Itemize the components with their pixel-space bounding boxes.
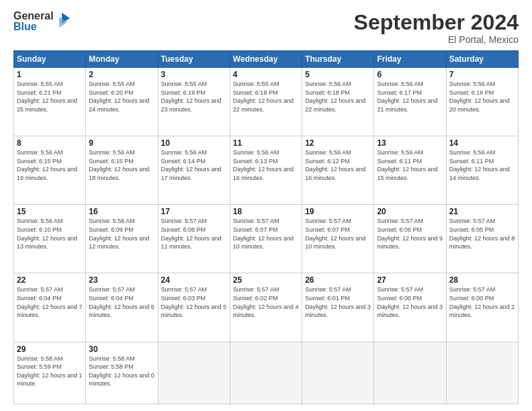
- day-info: Sunrise: 5:56 AM Sunset: 6:14 PM Dayligh…: [161, 148, 227, 182]
- day-info: Sunrise: 5:58 AM Sunset: 5:59 PM Dayligh…: [17, 355, 83, 388]
- day-info: Sunrise: 5:57 AM Sunset: 6:05 PM Dayligh…: [449, 217, 515, 250]
- day-number: 18: [233, 207, 299, 216]
- table-row: 30 Sunrise: 5:58 AM Sunset: 5:58 PM Dayl…: [86, 342, 158, 404]
- day-info: Sunrise: 5:55 AM Sunset: 6:21 PM Dayligh…: [17, 80, 83, 113]
- table-row: 13 Sunrise: 5:56 AM Sunset: 6:11 PM Dayl…: [374, 136, 446, 205]
- day-info: Sunrise: 5:56 AM Sunset: 6:11 PM Dayligh…: [377, 148, 443, 182]
- day-info: Sunrise: 5:56 AM Sunset: 6:16 PM Dayligh…: [449, 80, 515, 113]
- day-number: 23: [89, 275, 154, 285]
- day-info: Sunrise: 5:56 AM Sunset: 6:13 PM Dayligh…: [233, 148, 299, 182]
- table-row: 18 Sunrise: 5:57 AM Sunset: 6:07 PM Dayl…: [230, 205, 302, 273]
- col-saturday: Saturday: [446, 51, 518, 68]
- table-row: 17 Sunrise: 5:57 AM Sunset: 6:08 PM Dayl…: [158, 205, 230, 273]
- table-row: [446, 342, 518, 404]
- table-row: 19 Sunrise: 5:57 AM Sunset: 6:07 PM Dayl…: [302, 205, 374, 273]
- day-info: Sunrise: 5:57 AM Sunset: 6:00 PM Dayligh…: [449, 285, 515, 319]
- day-number: 24: [161, 275, 227, 285]
- day-info: Sunrise: 5:56 AM Sunset: 6:10 PM Dayligh…: [17, 217, 83, 250]
- day-info: Sunrise: 5:57 AM Sunset: 6:07 PM Dayligh…: [305, 217, 371, 250]
- table-row: [158, 342, 230, 404]
- day-info: Sunrise: 5:57 AM Sunset: 6:01 PM Dayligh…: [305, 285, 371, 319]
- calendar-week-row: 22 Sunrise: 5:57 AM Sunset: 6:04 PM Dayl…: [14, 273, 519, 342]
- day-number: 3: [161, 70, 227, 79]
- day-number: 2: [89, 70, 154, 79]
- day-info: Sunrise: 5:57 AM Sunset: 6:00 PM Dayligh…: [377, 285, 443, 319]
- table-row: 20 Sunrise: 5:57 AM Sunset: 6:06 PM Dayl…: [374, 205, 446, 273]
- day-number: 4: [233, 70, 299, 79]
- table-row: 15 Sunrise: 5:56 AM Sunset: 6:10 PM Dayl…: [14, 205, 86, 273]
- calendar-week-row: 15 Sunrise: 5:56 AM Sunset: 6:10 PM Dayl…: [14, 205, 519, 273]
- table-row: 25 Sunrise: 5:57 AM Sunset: 6:02 PM Dayl…: [230, 273, 302, 342]
- day-number: 7: [449, 70, 515, 79]
- table-row: 28 Sunrise: 5:57 AM Sunset: 6:00 PM Dayl…: [446, 273, 518, 342]
- day-number: 19: [305, 207, 371, 216]
- day-info: Sunrise: 5:57 AM Sunset: 6:08 PM Dayligh…: [161, 217, 227, 250]
- day-number: 27: [377, 275, 443, 285]
- day-number: 6: [377, 70, 443, 79]
- day-number: 11: [233, 138, 299, 148]
- day-number: 25: [233, 275, 299, 285]
- day-number: 16: [89, 207, 154, 216]
- table-row: 14 Sunrise: 5:56 AM Sunset: 6:11 PM Dayl…: [446, 136, 518, 205]
- logo: General Blue: [13, 11, 70, 32]
- day-info: Sunrise: 5:56 AM Sunset: 6:17 PM Dayligh…: [377, 80, 443, 113]
- day-info: Sunrise: 5:56 AM Sunset: 6:18 PM Dayligh…: [305, 80, 371, 113]
- table-row: 11 Sunrise: 5:56 AM Sunset: 6:13 PM Dayl…: [230, 136, 302, 205]
- col-monday: Monday: [86, 51, 158, 68]
- table-row: 7 Sunrise: 5:56 AM Sunset: 6:16 PM Dayli…: [446, 68, 518, 136]
- day-info: Sunrise: 5:56 AM Sunset: 6:15 PM Dayligh…: [17, 148, 83, 182]
- calendar-table: Sunday Monday Tuesday Wednesday Thursday…: [13, 50, 519, 404]
- day-info: Sunrise: 5:55 AM Sunset: 6:20 PM Dayligh…: [89, 80, 154, 113]
- day-number: 20: [377, 207, 443, 216]
- day-number: 13: [377, 138, 443, 148]
- day-info: Sunrise: 5:57 AM Sunset: 6:02 PM Dayligh…: [233, 285, 299, 319]
- table-row: 29 Sunrise: 5:58 AM Sunset: 5:59 PM Dayl…: [14, 342, 86, 404]
- col-thursday: Thursday: [302, 51, 374, 68]
- day-number: 10: [161, 138, 227, 148]
- day-info: Sunrise: 5:56 AM Sunset: 6:11 PM Dayligh…: [449, 148, 515, 182]
- col-friday: Friday: [374, 51, 446, 68]
- table-row: 4 Sunrise: 5:55 AM Sunset: 6:18 PM Dayli…: [230, 68, 302, 136]
- header: General Blue September 2024 El Portal, M…: [13, 11, 519, 45]
- calendar-week-row: 29 Sunrise: 5:58 AM Sunset: 5:59 PM Dayl…: [14, 342, 519, 404]
- calendar-week-row: 8 Sunrise: 5:56 AM Sunset: 6:15 PM Dayli…: [14, 136, 519, 205]
- day-number: 12: [305, 138, 371, 148]
- table-row: 24 Sunrise: 5:57 AM Sunset: 6:03 PM Dayl…: [158, 273, 230, 342]
- table-row: 27 Sunrise: 5:57 AM Sunset: 6:00 PM Dayl…: [374, 273, 446, 342]
- day-number: 26: [305, 275, 371, 285]
- day-info: Sunrise: 5:55 AM Sunset: 6:19 PM Dayligh…: [161, 80, 227, 113]
- month-title: September 2024: [354, 11, 519, 34]
- table-row: 16 Sunrise: 5:56 AM Sunset: 6:09 PM Dayl…: [86, 205, 158, 273]
- day-number: 1: [17, 70, 83, 79]
- table-row: 9 Sunrise: 5:56 AM Sunset: 6:15 PM Dayli…: [86, 136, 158, 205]
- day-number: 28: [449, 275, 515, 285]
- table-row: 1 Sunrise: 5:55 AM Sunset: 6:21 PM Dayli…: [14, 68, 86, 136]
- calendar-week-row: 1 Sunrise: 5:55 AM Sunset: 6:21 PM Dayli…: [14, 68, 519, 136]
- table-row: 26 Sunrise: 5:57 AM Sunset: 6:01 PM Dayl…: [302, 273, 374, 342]
- calendar-header-row: Sunday Monday Tuesday Wednesday Thursday…: [14, 51, 519, 68]
- table-row: 21 Sunrise: 5:57 AM Sunset: 6:05 PM Dayl…: [446, 205, 518, 273]
- day-info: Sunrise: 5:57 AM Sunset: 6:04 PM Dayligh…: [89, 285, 154, 319]
- table-row: [230, 342, 302, 404]
- day-number: 14: [449, 138, 515, 148]
- table-row: 2 Sunrise: 5:55 AM Sunset: 6:20 PM Dayli…: [86, 68, 158, 136]
- title-block: September 2024 El Portal, Mexico: [354, 11, 519, 45]
- day-number: 5: [305, 70, 371, 79]
- table-row: 12 Sunrise: 5:56 AM Sunset: 6:12 PM Dayl…: [302, 136, 374, 205]
- table-row: 23 Sunrise: 5:57 AM Sunset: 6:04 PM Dayl…: [86, 273, 158, 342]
- table-row: 10 Sunrise: 5:56 AM Sunset: 6:14 PM Dayl…: [158, 136, 230, 205]
- day-number: 17: [161, 207, 227, 216]
- col-wednesday: Wednesday: [230, 51, 302, 68]
- table-row: 8 Sunrise: 5:56 AM Sunset: 6:15 PM Dayli…: [14, 136, 86, 205]
- table-row: 5 Sunrise: 5:56 AM Sunset: 6:18 PM Dayli…: [302, 68, 374, 136]
- table-row: 6 Sunrise: 5:56 AM Sunset: 6:17 PM Dayli…: [374, 68, 446, 136]
- day-info: Sunrise: 5:57 AM Sunset: 6:04 PM Dayligh…: [17, 285, 83, 319]
- page: General Blue September 2024 El Portal, M…: [0, 0, 532, 411]
- day-info: Sunrise: 5:57 AM Sunset: 6:07 PM Dayligh…: [233, 217, 299, 250]
- day-info: Sunrise: 5:56 AM Sunset: 6:09 PM Dayligh…: [89, 217, 154, 250]
- day-info: Sunrise: 5:56 AM Sunset: 6:12 PM Dayligh…: [305, 148, 371, 182]
- day-number: 29: [17, 345, 83, 354]
- day-number: 15: [17, 207, 83, 216]
- day-info: Sunrise: 5:58 AM Sunset: 5:58 PM Dayligh…: [89, 355, 154, 388]
- day-number: 22: [17, 275, 83, 285]
